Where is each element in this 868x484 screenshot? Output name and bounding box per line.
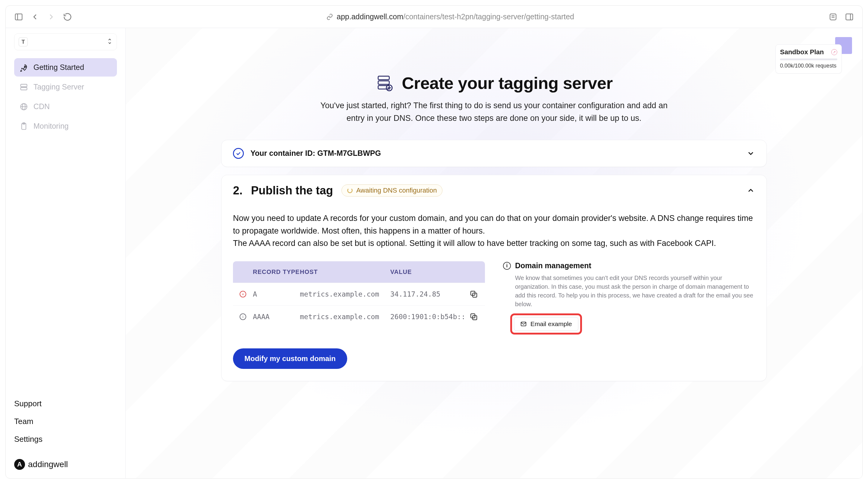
plan-requests: 0.00k/100.00k requests (780, 63, 837, 69)
info-icon: i (503, 262, 511, 270)
step1-title: Your container ID: GTM-M7GLBWPG (250, 149, 381, 158)
panel-icon[interactable] (845, 12, 854, 21)
nav-getting-started[interactable]: Getting Started (14, 58, 117, 77)
sidebar-toggle-icon[interactable] (14, 12, 23, 21)
copy-icon[interactable] (469, 312, 478, 321)
url-host: app.addingwell.com (337, 12, 403, 21)
brand-badge: A (14, 459, 25, 470)
server-icon (20, 83, 28, 91)
dns-row: ✕ A metrics.example.com 34.117.24.85 (233, 283, 485, 305)
footer-team[interactable]: Team (14, 417, 117, 426)
brand: A addingwell (14, 459, 117, 470)
mail-icon (520, 321, 527, 327)
server-config-icon (375, 74, 394, 93)
nav-cdn[interactable]: CDN (14, 97, 117, 116)
cell-type: AAAA (253, 313, 300, 321)
rocket-icon (20, 63, 28, 72)
cell-type: A (253, 290, 300, 298)
footer-support[interactable]: Support (14, 399, 117, 409)
th-host: HOST (300, 269, 390, 275)
nav-item-label: Monitoring (33, 122, 69, 130)
nav-item-label: Tagging Server (33, 83, 84, 91)
cell-host: metrics.example.com (300, 313, 390, 321)
url-bar[interactable]: app.addingwell.com/containers/test-h2pn/… (337, 12, 574, 21)
main: Sandbox Plan ↗ 0.00k/100.00k requests Cr… (126, 28, 862, 478)
reload-icon[interactable] (63, 12, 72, 21)
copy-icon[interactable] (469, 290, 478, 299)
check-icon (233, 148, 244, 159)
browser-toolbar: app.addingwell.com/containers/test-h2pn/… (6, 6, 862, 28)
svg-rect-15 (378, 76, 390, 80)
cell-value: 2600:1901:0:b54b:: (390, 313, 469, 321)
brand-name: addingwell (28, 460, 68, 469)
globe-icon (20, 102, 28, 111)
cell-host: metrics.example.com (300, 290, 390, 298)
plan-progress (780, 58, 837, 60)
email-example-button[interactable]: Email example (514, 317, 578, 331)
step2-para2: The AAAA record can also be set but is o… (233, 237, 755, 250)
th-value: VALUE (390, 269, 478, 275)
dns-row: i AAAA metrics.example.com 2600:1901:0:b… (233, 305, 485, 328)
error-icon: ✕ (240, 291, 246, 298)
info-icon: i (240, 313, 246, 320)
clipboard-icon (20, 122, 28, 130)
step2-title: Publish the tag (251, 184, 333, 197)
step2-card: 2. Publish the tag Awaiting DNS configur… (221, 175, 767, 382)
step1-card[interactable]: Your container ID: GTM-M7GLBWPG (221, 140, 767, 167)
dns-table: RECORD TYPE HOST VALUE ✕ A metrics.examp… (233, 261, 485, 328)
library-icon[interactable] (829, 12, 838, 21)
svg-rect-8 (21, 84, 27, 87)
domain-help-title: Domain management (515, 261, 591, 270)
status-badge: Awaiting DNS configuration (341, 184, 442, 196)
plan-title: Sandbox Plan (780, 48, 824, 56)
sidebar: T Getting Started Tagging Se (6, 28, 126, 478)
workspace-switcher[interactable]: T (14, 33, 117, 50)
th-record-type: RECORD TYPE (240, 269, 300, 275)
footer-settings[interactable]: Settings (14, 434, 117, 444)
plan-card[interactable]: Sandbox Plan ↗ 0.00k/100.00k requests (775, 44, 842, 73)
spinner-icon (347, 188, 352, 193)
forward-icon[interactable] (47, 12, 56, 21)
domain-help-text: We know that sometimes you can't edit yo… (515, 274, 755, 309)
svg-rect-0 (16, 14, 22, 20)
nav: Getting Started Tagging Server CDN (14, 58, 117, 135)
chevron-up-icon[interactable] (747, 186, 755, 195)
svg-point-7 (24, 66, 26, 67)
hero: Create your tagging server (375, 73, 613, 93)
nav-item-label: CDN (33, 102, 50, 111)
back-icon[interactable] (30, 12, 39, 21)
chevron-down-icon[interactable] (747, 149, 755, 158)
domain-help: i Domain management We know that sometim… (503, 261, 755, 335)
link-icon (327, 13, 333, 20)
workspace-avatar: T (19, 37, 28, 47)
email-example-label: Email example (530, 320, 572, 328)
step2-para1: Now you need to update A records for you… (233, 212, 755, 238)
svg-rect-16 (378, 81, 390, 84)
chevron-updown-icon (107, 37, 113, 47)
nav-item-label: Getting Started (33, 63, 84, 72)
step2-number: 2. (233, 184, 243, 197)
page-subtitle: You've just started, right? The first th… (313, 99, 675, 125)
cell-value: 34.117.24.85 (390, 290, 469, 298)
url-path: /containers/test-h2pn/tagging-server/get… (403, 12, 574, 21)
highlight-box: Email example (510, 313, 582, 335)
svg-rect-9 (21, 87, 27, 90)
svg-rect-17 (378, 85, 390, 89)
page-title: Create your tagging server (402, 73, 613, 93)
modify-domain-button[interactable]: Modify my custom domain (233, 349, 347, 369)
nav-tagging-server[interactable]: Tagging Server (14, 78, 117, 96)
svg-rect-2 (830, 14, 836, 20)
nav-monitoring[interactable]: Monitoring (14, 117, 117, 135)
svg-rect-5 (846, 14, 853, 20)
plan-help-icon[interactable]: ↗ (831, 49, 837, 55)
status-badge-text: Awaiting DNS configuration (356, 186, 437, 194)
